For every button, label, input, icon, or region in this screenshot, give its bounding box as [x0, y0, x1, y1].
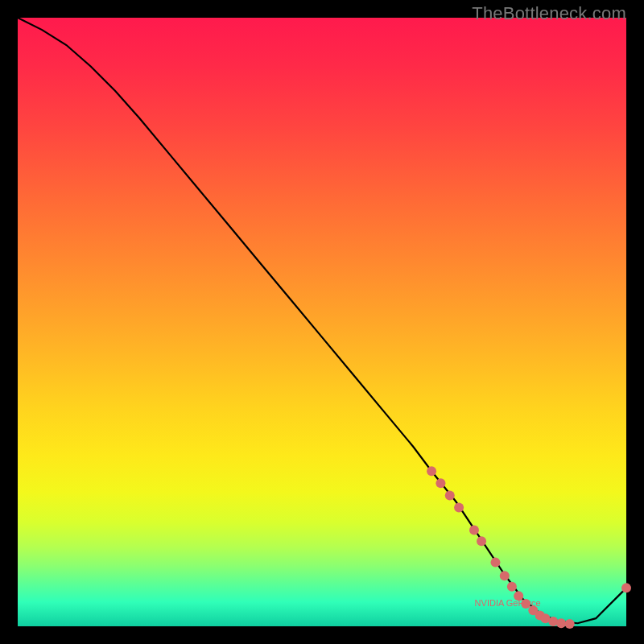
data-point [445, 490, 455, 500]
data-point [469, 526, 479, 535]
data-point [556, 618, 566, 628]
point-label-group: NVIDIA GeForce [475, 598, 541, 608]
bottleneck-curve [18, 18, 626, 623]
watermark-text: TheBottleneck.com [472, 3, 626, 24]
point-label: NVIDIA GeForce [475, 598, 541, 608]
curve-group [18, 18, 626, 623]
data-point [436, 478, 445, 488]
data-point [454, 503, 464, 513]
data-point [490, 558, 500, 568]
data-point [621, 583, 631, 592]
data-point [477, 536, 486, 546]
chart-svg: NVIDIA GeForce [18, 18, 626, 626]
data-point [507, 582, 517, 592]
data-point [427, 466, 436, 476]
plot-area: NVIDIA GeForce [18, 18, 626, 626]
data-point [500, 571, 510, 580]
data-point [565, 619, 575, 629]
